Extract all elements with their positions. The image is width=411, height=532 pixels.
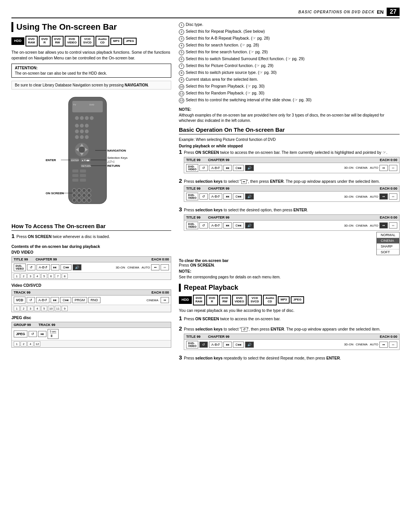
osd-rs2-search[interactable]: ⊙⏭ [233, 342, 244, 348]
osd-prgm-btn[interactable]: PRGM [72, 297, 87, 303]
using-onscreen-title: Using The On-screen Bar [11, 22, 171, 32]
svg-text:ENTER: ENTER [46, 158, 56, 162]
note-box: NOTE: Although examples of the on-screen… [179, 107, 400, 123]
repeat-bar-icon-dvdr: DVDR [206, 295, 218, 305]
repeat-step1-desc: Press ON SCREEN twice to access the on-s… [184, 316, 280, 322]
osd-s1-src[interactable]: ▫▫ [389, 165, 397, 171]
repeat-bar-icon-mp3: MP3 [278, 296, 289, 304]
osd-repeat-btn[interactable]: ↺ [27, 264, 35, 270]
svg-point-13 [85, 129, 89, 133]
svg-point-16 [85, 135, 89, 139]
list-item: 5 Select this for time search function. … [179, 50, 400, 55]
note-text: Although examples of the on-screen bar a… [179, 113, 400, 123]
svg-point-42 [87, 193, 91, 197]
osd-s3-pic[interactable]: ▪▪ [379, 222, 388, 228]
osd-s2-title: TITLE 99 [186, 187, 201, 190]
osd-search-btn[interactable]: ⊙⏭ [61, 264, 72, 270]
osd-vcd-ab-btn[interactable]: A-B↺ [36, 297, 49, 303]
osd-s3-sound[interactable]: 🔊 [245, 222, 254, 228]
osd-s1-repeat[interactable]: ↺ [199, 165, 208, 171]
repeat-title: Repeat Playback [179, 284, 400, 292]
osd-step1: TITLE 99 CHAPTER 99 EACH 0:00 DVD-VIDEO … [184, 157, 400, 173]
attention-box: ATTENTION: The on-screen bar can also be… [11, 64, 171, 78]
osd-s1-ab[interactable]: A-B↺ [209, 165, 222, 171]
osd-s1-pic[interactable]: ▪▪ [379, 165, 388, 171]
osd-step3: TITLE 99 CHAPTER 99 EACH 0:00 DVD-VIDEO … [184, 214, 400, 231]
osd-s2-cinema: CINEMA [356, 195, 368, 198]
osd-title-label: TITLE 99 [14, 257, 28, 261]
osd-s2-auto: AUTO [370, 195, 378, 198]
svg-point-45 [82, 198, 86, 202]
osd-rs2-src[interactable]: ▫▫ [389, 342, 397, 348]
osd-vcd-pic-btn[interactable]: ▪▪ [161, 297, 169, 303]
popup-item-sharp[interactable]: SHARP [377, 244, 399, 249]
osd-jpeg-interval-btn[interactable]: 5 sec ⏸ [48, 329, 59, 339]
osd-num-4: 4 [34, 273, 40, 279]
attention-title: ATTENTION: [15, 66, 168, 70]
right-column: 1 Disc type. 2 Select this for Repeat Pl… [179, 22, 400, 365]
osd-s3-src[interactable]: ▫▫ [389, 222, 397, 228]
num-circle-9: 9 [179, 77, 184, 83]
osd-s3-3d: 3D-ON [344, 224, 354, 227]
repeat-section: Repeat Playback HDD DVDRAM DVDR DVDRW DV… [179, 284, 400, 362]
osd-s3-ab[interactable]: A-B↺ [209, 222, 222, 228]
osd-rs2-pic[interactable]: ▪▪ [379, 342, 388, 348]
osd-pic-btn[interactable]: ▪▪ [151, 264, 159, 270]
popup-item-cinema[interactable]: CINEMA [377, 238, 399, 244]
osd-s2-skip[interactable]: ⏭ [223, 193, 232, 200]
num-circle-4: 4 [179, 43, 184, 48]
popup-item-soft[interactable]: SOFT [377, 249, 399, 255]
osd-s1-sound[interactable]: 🔊 [245, 165, 254, 171]
num-circle-7: 7 [179, 64, 184, 69]
osd-vcd-num-1: 1 [14, 306, 20, 311]
repeat-bar-icon-jpeg: JPEG [291, 296, 304, 304]
osd-s2-src[interactable]: ▫▫ [389, 193, 397, 200]
osd-rs2-repeat[interactable]: ↺ [199, 342, 208, 348]
osd-sound-btn[interactable]: 🔊 [73, 264, 81, 270]
item-text-6: Select this to switch Simulated Surround… [186, 56, 304, 62]
list-item: 3 Select this for A-B Repeat Playback. (… [179, 36, 400, 42]
osd-s2-search[interactable]: ⊙⏭ [233, 193, 244, 200]
osd-each-vcd-label: EACH 0:00 [151, 291, 169, 294]
clear-note: To clear the on-screen bar Press ON SCRE… [179, 258, 400, 267]
vcd-osd: TRACK 99 EACH 0:00 VCD ↺ A-B↺ ⏭ ⊙⏭ PRGM … [11, 289, 171, 312]
osd-s2-badge: DVD-VIDEO [186, 193, 198, 200]
repeat-step3: 3 Press selection keys repeatedly to sel… [179, 355, 400, 363]
nav-note: Be sure to clear Library Database Naviga… [11, 81, 171, 89]
osd-rs2-skip[interactable]: ⏭ [223, 342, 232, 348]
osd-rs2-ab[interactable]: A-B↺ [209, 342, 222, 348]
osd-s3-title: TITLE 99 [186, 216, 201, 219]
repeat-bar-icon-vcdsvcd: VCDSVCD [248, 295, 261, 305]
osd-s2-chapter: CHAPTER 99 [208, 187, 229, 190]
basic-op-step1-content: Press ON SCREEN twice to access the on-s… [184, 150, 400, 176]
remote-container: TV DVD [11, 93, 171, 219]
osd-rs2-title: TITLE 99 [186, 335, 201, 339]
osd-s1-search[interactable]: ⊙⏭ [233, 165, 244, 171]
numbered-list: 1 Disc type. 2 Select this for Repeat Pl… [179, 22, 400, 103]
osd-s3-repeat[interactable]: ↺ [199, 222, 208, 228]
basic-op-step2-num: 2 [179, 178, 182, 184]
osd-s2-repeat[interactable]: ↺ [199, 193, 208, 200]
svg-text:Selection Keys: Selection Keys [107, 156, 127, 160]
osd-s2-ab[interactable]: A-B↺ [209, 193, 222, 200]
osd-ab-btn[interactable]: A-B↺ [37, 264, 50, 270]
osd-jpeg-skip-btn[interactable]: ⏭ [38, 331, 46, 337]
osd-s3-search[interactable]: ⊙⏭ [233, 222, 244, 228]
basic-op-step1-desc: Press ON SCREEN twice to access the on-s… [184, 150, 400, 155]
osd-s3-skip[interactable]: ⏭ [223, 222, 232, 228]
osd-rnd-btn[interactable]: RND [88, 297, 100, 303]
osd-skip-btn[interactable]: ⏭ [51, 264, 59, 270]
popup-item-normal[interactable]: NORMAL [377, 232, 399, 238]
osd-rs2-sound[interactable]: 🔊 [245, 342, 254, 348]
osd-s2-pic[interactable]: ▪▪ [379, 193, 388, 200]
osd-vcd-repeat-btn[interactable]: ↺ [27, 297, 35, 303]
osd-jpeg-repeat-btn[interactable]: ↺ [29, 331, 37, 337]
note-text-2: See the corresponding pages for details … [179, 275, 400, 280]
osd-src-btn[interactable]: ▫▫ [161, 264, 169, 270]
osd-s2-sound[interactable]: 🔊 [245, 193, 254, 200]
osd-vcd-search-btn[interactable]: ⊙⏭ [60, 297, 71, 303]
basic-op-step1-num: 1 [179, 149, 182, 155]
osd-vcd-skip-btn[interactable]: ⏭ [51, 297, 59, 303]
svg-point-8 [75, 124, 79, 128]
osd-s1-skip[interactable]: ⏭ [223, 165, 232, 171]
